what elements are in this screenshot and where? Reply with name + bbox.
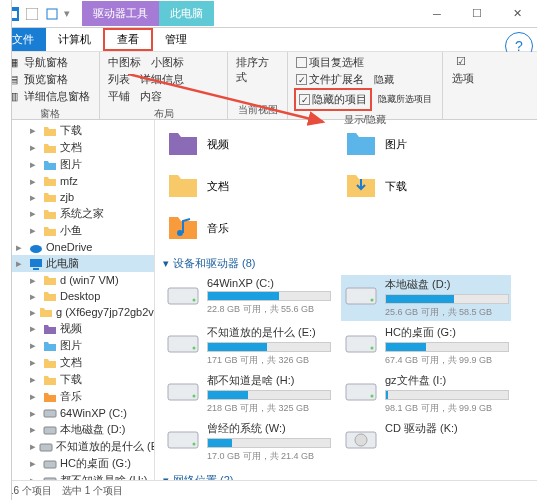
svg-rect-8 [44,410,56,417]
qat-props-icon[interactable] [44,6,60,22]
chevron-icon: ▸ [30,274,40,287]
maximize-button[interactable]: ☐ [457,0,497,28]
drive-item[interactable]: 曾经的系统 (W:)17.0 GB 可用，共 21.4 GB [163,419,333,465]
tree-item[interactable]: ▸小鱼 [0,222,154,239]
tab-view[interactable]: 查看 [103,28,153,51]
item-name: gz文件盘 (I:) [385,373,509,388]
drive-item[interactable]: 不知道放的是什么 (E:)171 GB 可用，共 326 GB [163,323,333,369]
svg-rect-2 [26,8,38,20]
status-bar: 16 个项目 选中 1 个项目 [0,480,537,500]
chevron-icon: ▸ [30,306,36,319]
tree-item[interactable]: ▸OneDrive [0,239,154,255]
svg-rect-18 [168,336,198,352]
title-tab: 此电脑 [159,1,214,26]
tab-manage[interactable]: 管理 [153,28,199,51]
tree-item[interactable]: ▸文档 [0,139,154,156]
tab-computer[interactable]: 计算机 [46,28,103,51]
drive-item[interactable]: 64WinXP (C:)22.8 GB 可用，共 55.6 GB [163,275,333,321]
tree-item[interactable]: ▸文档 [0,354,154,371]
item-name: 曾经的系统 (W:) [207,421,331,436]
tree-sidebar[interactable]: ▸下载▸文档▸图片▸mfz▸zjb▸系统之家▸小鱼▸OneDrive▸此电脑▸d… [0,120,155,500]
folder-item[interactable]: 图片 [341,124,511,164]
hidden-items-toggle[interactable]: ✓隐藏的项目 [297,91,369,108]
tree-item[interactable]: ▸图片 [0,337,154,354]
drive-item[interactable]: 本地磁盘 (D:)25.6 GB 可用，共 58.5 GB [341,275,511,321]
drive-item[interactable]: 都不知道是啥 (H:)218 GB 可用，共 325 GB [163,371,333,417]
hide-selected-button[interactable]: 隐藏所选项目 [376,92,434,107]
nav-pane-button[interactable]: ▦导航窗格 [6,54,93,71]
details-button[interactable]: 详细信息 [138,71,186,88]
tile-button[interactable]: 平铺 [106,88,132,105]
drive-icon [343,325,379,361]
chevron-icon: ▸ [30,440,36,453]
preview-pane-button[interactable]: ▤预览窗格 [6,71,93,88]
small-icons-button[interactable]: 小图标 [149,54,186,71]
folder-item[interactable]: 视频 [163,124,333,164]
tree-item[interactable]: ▸本地磁盘 (D:) [0,421,154,438]
tree-label: HC的桌面 (G:) [60,456,131,471]
folder-item[interactable]: 下载 [341,166,511,206]
qat-icon[interactable] [24,6,40,22]
tree-item[interactable]: ▸Desktop [0,288,154,304]
tree-item[interactable]: ▸下载 [0,122,154,139]
options-button[interactable]: ☑选项 [449,54,477,87]
tree-item[interactable]: ▸视频 [0,320,154,337]
folder-icon [29,240,43,254]
item-sub: 218 GB 可用，共 325 GB [207,402,331,415]
qat-dropdown-icon[interactable]: ▾ [64,7,70,20]
chevron-icon: ▸ [30,191,40,204]
svg-rect-11 [44,461,56,468]
drive-item[interactable]: gz文件盘 (I:)98.1 GB 可用，共 99.9 GB [341,371,511,417]
drive-item[interactable]: CD 驱动器 (K:) [341,419,511,465]
chevron-icon: ▸ [30,141,40,154]
folder-icon [43,457,57,471]
svg-point-19 [193,347,196,350]
tree-item[interactable]: ▸音乐 [0,388,154,405]
tree-label: 不知道放的是什么 (E: [56,439,155,454]
list-button[interactable]: 列表 [106,71,132,88]
chevron-icon: ▸ [30,175,40,188]
item-checkbox-toggle[interactable]: 项目复选框 [294,54,436,71]
usage-bar [385,342,509,352]
ribbon: ▦导航窗格 ▤预览窗格 ▥详细信息窗格 窗格 中图标小图标 列表详细信息 平铺内… [0,52,537,120]
drive-icon [343,277,379,313]
minimize-button[interactable]: ─ [417,0,457,28]
section-drives[interactable]: ▾设备和驱动器 (8) [163,256,529,271]
tree-item[interactable]: ▸64WinXP (C:) [0,405,154,421]
tree-item[interactable]: ▸图片 [0,156,154,173]
medium-icons-button[interactable]: 中图标 [106,54,143,71]
file-ext-toggle[interactable]: ✓文件扩展名 [294,71,366,88]
folder-icon [43,158,57,172]
usage-bar [207,438,331,448]
chevron-icon: ▸ [30,207,40,220]
svg-rect-22 [168,384,198,400]
item-sub: 17.0 GB 可用，共 21.4 GB [207,450,331,463]
svg-rect-9 [44,427,56,434]
main-content[interactable]: 视频图片文档下载音乐 ▾设备和驱动器 (8) 64WinXP (C:)22.8 … [155,120,537,500]
tree-label: 文档 [60,140,82,155]
detail-pane-button[interactable]: ▥详细信息窗格 [6,88,93,105]
tree-item[interactable]: ▸此电脑 [0,255,154,272]
drive-icon [343,421,379,457]
tree-label: 下载 [60,372,82,387]
tree-item[interactable]: ▸g (Xf6egy7jp72gb2v) [0,304,154,320]
drive-item[interactable]: HC的桌面 (G:)67.4 GB 可用，共 99.9 GB [341,323,511,369]
tree-item[interactable]: ▸mfz [0,173,154,189]
chevron-down-icon: ▾ [163,257,169,270]
folder-item[interactable]: 音乐 [163,208,333,248]
tree-item[interactable]: ▸zjb [0,189,154,205]
tree-item[interactable]: ▸下载 [0,371,154,388]
sort-button[interactable]: 排序方式 [234,54,281,86]
svg-point-23 [193,395,196,398]
hide-button[interactable]: 隐藏 [372,72,396,88]
folder-item[interactable]: 文档 [163,166,333,206]
content-button[interactable]: 内容 [138,88,164,105]
tree-item[interactable]: ▸不知道放的是什么 (E: [0,438,154,455]
tree-item[interactable]: ▸d (win7 VM) [0,272,154,288]
tool-tab[interactable]: 驱动器工具 [82,1,159,26]
folder-icon [343,126,379,162]
svg-point-17 [371,299,374,302]
close-button[interactable]: ✕ [497,0,537,28]
tree-item[interactable]: ▸HC的桌面 (G:) [0,455,154,472]
tree-item[interactable]: ▸系统之家 [0,205,154,222]
